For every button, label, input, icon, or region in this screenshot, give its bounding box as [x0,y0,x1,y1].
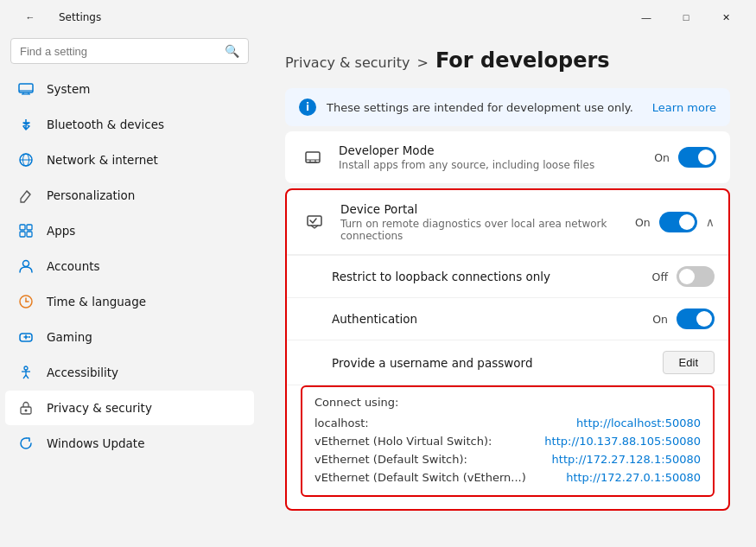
restrict-loopback-row: Restrict to loopback connections only Of… [287,256,728,298]
sidebar-item-label: Gaming [47,330,92,344]
breadcrumb-separator: > [416,54,428,71]
authentication-status: On [652,313,668,326]
info-icon: i [299,99,316,116]
connect-entry-link[interactable]: http://172.27.0.1:50080 [566,471,701,484]
connect-entry: localhost: http://localhost:50080 [314,414,701,432]
search-box[interactable]: 🔍 [10,38,249,64]
sidebar-item-accessibility[interactable]: Accessibility [5,355,254,390]
sidebar-item-system[interactable]: System [5,72,254,106]
device-portal-desc: Turn on remote diagnostics over local ar… [340,218,623,242]
connect-entry-label: vEthernet (Default Switch (vEthern...) [314,471,526,484]
search-input[interactable] [20,45,218,58]
sidebar-item-label: Windows Update [47,436,144,450]
minimize-button[interactable]: — [626,5,666,29]
connect-entry-link[interactable]: http://10.137.88.105:50080 [544,435,701,448]
sidebar-item-bluetooth[interactable]: Bluetooth & devices [5,107,254,142]
sidebar-item-label: Network & internet [47,153,158,167]
device-portal-text: Device Portal Turn on remote diagnostics… [340,202,623,242]
username-password-title: Provide a username and password [332,356,651,370]
svg-rect-12 [27,232,32,237]
update-icon [17,435,35,452]
developer-mode-card: Developer Mode Install apps from any sou… [285,131,730,183]
sidebar-item-time[interactable]: Time & language [5,284,254,319]
sidebar-item-privacy[interactable]: Privacy & security [5,391,254,425]
device-portal-icon [301,208,328,236]
authentication-row: Authentication On [287,298,728,340]
connect-entry-label: vEthernet (Default Switch): [314,453,467,466]
sidebar-item-accounts[interactable]: Accounts [5,249,254,283]
restrict-loopback-toggle[interactable] [677,266,715,287]
accessibility-icon [17,364,35,381]
sidebar-item-label: Apps [47,224,75,238]
device-portal-knob [679,214,695,230]
bluetooth-icon [17,116,35,133]
device-portal-toggle[interactable] [659,212,697,232]
personalization-icon [17,187,35,204]
svg-point-21 [24,366,28,370]
restrict-loopback-control: Off [652,266,715,287]
svg-line-25 [26,375,29,378]
authentication-title: Authentication [332,312,640,326]
authentication-toggle[interactable] [677,308,715,329]
username-password-control: Edit [663,351,715,374]
time-icon [17,293,35,310]
connect-using-box: Connect using: localhost: http://localho… [301,385,715,497]
developer-mode-control: On [654,147,716,168]
device-portal-title: Device Portal [340,202,623,216]
connect-entries: localhost: http://localhost:50080 vEther… [314,414,701,487]
page-title: For developers [435,48,610,73]
device-portal-sub-settings: Restrict to loopback connections only Of… [287,255,728,497]
restrict-loopback-title: Restrict to loopback connections only [332,270,640,283]
maximize-button[interactable]: □ [666,5,706,29]
device-portal-control: On ∧ [635,212,715,232]
learn-more-link[interactable]: Learn more [652,101,716,114]
sidebar-item-personalization[interactable]: Personalization [5,178,254,213]
search-icon: 🔍 [225,44,239,58]
developer-mode-knob [698,149,714,165]
device-portal-row: Device Portal Turn on remote diagnostics… [287,190,728,255]
device-portal-chevron[interactable]: ∧ [706,215,715,229]
restrict-loopback-text: Restrict to loopback connections only [332,270,640,283]
authentication-knob [696,311,712,327]
close-button[interactable]: ✕ [706,5,746,29]
sidebar-item-gaming[interactable]: Gaming [5,320,254,354]
connect-entry-link[interactable]: http://localhost:50080 [576,417,701,429]
connect-entry: vEthernet (Holo Virtual Switch): http://… [314,432,701,450]
titlebar: ← Settings — □ ✕ [0,0,756,31]
svg-point-27 [25,410,28,412]
svg-rect-11 [20,232,25,237]
accounts-icon [17,258,35,275]
connect-using-title: Connect using: [314,396,701,409]
titlebar-left: ← Settings [10,5,101,29]
svg-point-20 [29,336,30,338]
sidebar-item-network[interactable]: Network & internet [5,143,254,177]
privacy-icon [17,399,35,417]
info-banner: i These settings are intended for develo… [285,88,730,126]
edit-button[interactable]: Edit [663,351,715,374]
developer-mode-status: On [654,151,670,164]
sidebar-item-label: Personalization [47,188,135,202]
svg-rect-10 [27,225,32,230]
breadcrumb: Privacy & security [285,54,410,71]
developer-mode-row: Developer Mode Install apps from any sou… [285,131,730,183]
main-content: Privacy & security > For developers i Th… [259,31,756,547]
connect-entry-label: vEthernet (Holo Virtual Switch): [314,435,492,448]
network-icon [17,151,35,169]
svg-line-24 [23,375,26,378]
back-button[interactable]: ← [10,5,50,29]
app-body: 🔍 System Bluetooth & devices Network & i… [0,31,756,547]
authentication-text: Authentication [332,312,640,326]
connect-entry-link[interactable]: http://172.27.128.1:50080 [552,453,701,466]
connect-entry-label: localhost: [314,417,369,429]
svg-rect-28 [306,152,320,162]
sidebar-item-label: Bluetooth & devices [47,118,164,131]
developer-mode-toggle[interactable] [678,147,716,168]
window-controls: — □ ✕ [626,5,746,29]
restrict-loopback-status: Off [652,270,668,283]
sidebar-item-label: Accessibility [47,366,118,379]
developer-mode-text: Developer Mode Install apps from any sou… [339,143,642,171]
sidebar-item-apps[interactable]: Apps [5,213,254,248]
sidebar: 🔍 System Bluetooth & devices Network & i… [0,31,259,547]
sidebar-item-update[interactable]: Windows Update [5,426,254,461]
nav-list: System Bluetooth & devices Network & int… [0,71,259,461]
